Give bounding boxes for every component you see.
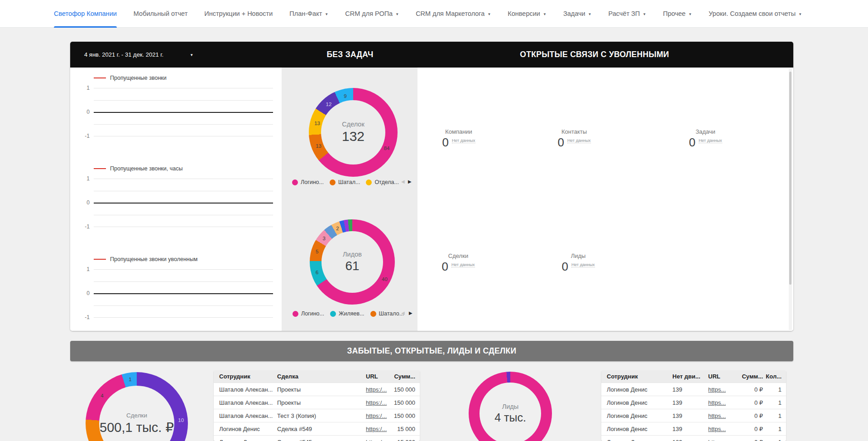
- url-link[interactable]: https...: [708, 399, 734, 406]
- table-row: Шаталов Алексан...Проектыhttps:/...150 0…: [214, 383, 420, 396]
- legend-item-label: Логино...: [301, 179, 324, 185]
- legend-item[interactable]: Логино...: [292, 179, 324, 185]
- nav-tab-label: Прочее: [663, 10, 686, 17]
- y-axis-tick: 1: [70, 266, 90, 272]
- legend-item[interactable]: Жиляев...: [330, 310, 364, 317]
- gridline: [94, 317, 273, 318]
- chevron-down-icon: ▼: [643, 12, 646, 16]
- nav-tab[interactable]: Мобильный отчет: [134, 0, 187, 28]
- table-cell: 139: [672, 439, 708, 441]
- metric-value: 0: [442, 136, 448, 149]
- gridline: [94, 191, 273, 191]
- legend-next-arrow[interactable]: ▶: [409, 310, 412, 315]
- column-header: Нет дви...: [672, 373, 708, 380]
- metric-no-data-note: Нет данных: [699, 138, 722, 143]
- nav-tab-label: Светофор Компании: [54, 10, 117, 17]
- deals-amount-donut: Сделки 500,1 тыс. ₽ 1041: [86, 372, 188, 441]
- table-cell: 150 000: [389, 412, 415, 419]
- nav-tab-label: Расчёт ЗП: [608, 10, 640, 17]
- table-cell: 0 ₽: [734, 386, 763, 393]
- column-header: Сумм...: [389, 373, 415, 380]
- legend-color-dot: [330, 179, 336, 185]
- nav-tab[interactable]: Светофор Компании: [54, 0, 117, 28]
- donut-hole: [321, 100, 385, 165]
- table-cell: Логинов Денис: [607, 426, 672, 432]
- nav-tab[interactable]: Задачи▼: [563, 0, 592, 28]
- chevron-down-icon: ▼: [688, 12, 692, 16]
- metric-label: Контакты: [545, 128, 604, 135]
- nav-tab-label: Уроки. Создаем свои отчеты: [709, 10, 796, 17]
- fired-links-panel: [417, 68, 793, 331]
- donut-hole: [480, 383, 541, 441]
- url-link[interactable]: https:/...: [366, 386, 389, 393]
- column-header: Сотрудник: [219, 373, 277, 380]
- legend-prev-arrow[interactable]: ◀: [401, 310, 405, 315]
- legend-prev-arrow[interactable]: ◀: [401, 179, 405, 184]
- url-link[interactable]: https:/...: [366, 439, 389, 441]
- y-axis-tick: 0: [70, 109, 90, 115]
- table-cell: 150 000: [389, 399, 415, 406]
- table-cell: 15 000: [389, 439, 415, 441]
- date-range-control[interactable]: 4 янв. 2021 г. - 31 дек. 2021 г. ▼: [84, 42, 193, 68]
- table-cell: 0 ₽: [734, 399, 763, 406]
- legend-line-swatch: [94, 168, 106, 169]
- metric-value-row: 0Нет данных: [429, 261, 488, 273]
- legend-color-dot: [330, 311, 336, 317]
- leads-donut-legend: Логино...Жиляев...Шатало...: [293, 310, 404, 317]
- metric-value-row: 0Нет данных: [676, 136, 735, 149]
- report-header-bar: 4 янв. 2021 г. - 31 дек. 2021 г. ▼ БЕЗ З…: [70, 42, 793, 68]
- legend-item-label: Жиляев...: [339, 310, 364, 317]
- table-cell: Логинов Денис: [607, 439, 672, 441]
- chart-legend: Пропущенные звонки: [94, 74, 167, 81]
- url-link[interactable]: https...: [708, 386, 734, 393]
- table-row: Шаталов Алексан...Проектыhttps:/...150 0…: [214, 396, 420, 409]
- url-link[interactable]: https...: [708, 439, 734, 441]
- y-axis-tick: 0: [70, 199, 90, 206]
- nav-tab-label: Конверсии: [508, 10, 540, 17]
- legend-item-label: Шатал...: [338, 179, 360, 185]
- legend-item[interactable]: Шатал...: [330, 179, 360, 185]
- legend-item-label: Шатало...: [379, 310, 404, 317]
- url-link[interactable]: https...: [708, 412, 734, 419]
- metric-value: 0: [441, 261, 448, 273]
- url-link[interactable]: https:/...: [366, 426, 389, 432]
- url-link[interactable]: https:/...: [366, 399, 389, 406]
- url-link[interactable]: https:/...: [366, 412, 389, 419]
- nav-tab[interactable]: Расчёт ЗП▼: [608, 0, 646, 28]
- nav-tab[interactable]: Уроки. Создаем свои отчеты▼: [709, 0, 802, 28]
- chart-legend: Пропущенные звонки, часы: [94, 165, 182, 172]
- column-header: URL: [708, 373, 734, 380]
- url-link[interactable]: https...: [708, 426, 734, 432]
- legend-item[interactable]: Шатало...: [370, 310, 404, 317]
- gridline: [94, 269, 273, 270]
- column-header: Кол...: [763, 373, 782, 380]
- table-cell: Сделка #549: [277, 426, 366, 432]
- table-cell: Логинов Денис: [607, 386, 672, 393]
- column-header: Сумм...: [734, 373, 763, 380]
- metric-label: Сделки: [429, 252, 488, 259]
- zero-gridline: [94, 112, 273, 113]
- legend-item[interactable]: Логино...: [293, 310, 324, 317]
- y-axis-tick: 1: [70, 175, 90, 182]
- nav-tab[interactable]: Инструкции + Новости: [204, 0, 273, 28]
- nav-tab[interactable]: Прочее▼: [663, 0, 692, 28]
- legend-item[interactable]: Отдела...: [366, 179, 399, 185]
- gridline: [94, 215, 273, 215]
- table-cell: 139: [672, 399, 708, 406]
- legend-next-arrow[interactable]: ▶: [408, 179, 412, 184]
- chevron-down-icon: ▼: [487, 12, 491, 16]
- table-header-row: СотрудникСделкаURLСумм...: [214, 370, 420, 383]
- nav-tab[interactable]: План-Факт▼: [289, 0, 328, 28]
- metric-value-row: 0Нет данных: [429, 136, 488, 149]
- panel-scrollbar-thumb[interactable]: [789, 72, 791, 285]
- legend-line-swatch: [94, 78, 106, 78]
- table-row: Логинов ДенисСделка #545https:/...15 000: [214, 435, 420, 441]
- legend-item-label: Логино...: [301, 310, 324, 317]
- nav-tab[interactable]: Конверсии▼: [508, 0, 547, 28]
- nav-tab[interactable]: CRM для РОПа▼: [345, 0, 399, 28]
- gridline: [94, 281, 273, 282]
- scorecard-metric: Контакты0Нет данных: [545, 128, 604, 149]
- metric-no-data-note: Нет данных: [451, 262, 475, 267]
- scorecard-metric: Задачи0Нет данных: [676, 128, 735, 149]
- nav-tab[interactable]: CRM для Маркетолога▼: [416, 0, 491, 28]
